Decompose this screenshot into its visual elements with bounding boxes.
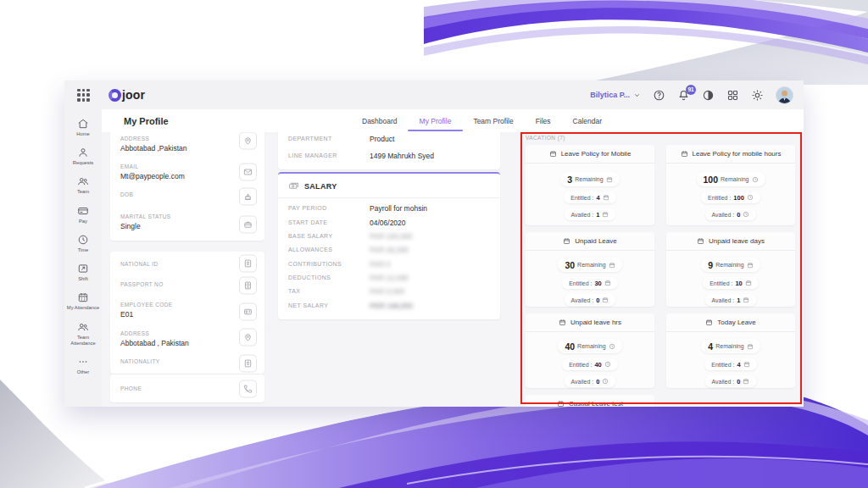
availed-pill: Availed :0	[705, 208, 757, 220]
calendar-icon	[602, 211, 609, 218]
sidebar-item-requests[interactable]: Requests	[64, 145, 102, 168]
availed-pill: Availed :0	[565, 294, 616, 306]
remaining-pill: 100Remaining	[697, 172, 765, 186]
salary-row-base-salary: BASE SALARY PKR 100,000	[278, 230, 500, 243]
tab-files[interactable]: Files	[534, 110, 553, 132]
entitled-pill: Entitled :4	[704, 358, 756, 370]
briefcase-icon[interactable]	[239, 215, 257, 233]
shift-icon	[77, 263, 89, 274]
calendar-icon	[609, 262, 615, 269]
id-card-icon[interactable]	[239, 354, 257, 372]
team-attendance-people-icon	[77, 321, 89, 333]
availed-pill: Availed :0	[565, 375, 616, 387]
settings-gear-icon[interactable]	[751, 89, 764, 102]
leave-card-leave-policy-mobile: Leave Policy for Mobile 3Remaining Entit…	[526, 145, 654, 225]
sidebar-item-other[interactable]: Other	[64, 354, 102, 377]
leave-card-leave-policy-mobile-hours: Leave Policy for mobile hours 100Remaini…	[666, 145, 795, 225]
calendar-icon	[745, 280, 752, 286]
calendar-icon	[604, 280, 611, 286]
calendar-icon	[697, 237, 704, 245]
employment-card: DEPARTMENT Product LINE MANAGER 1499 Mah…	[278, 132, 500, 169]
salary-row-net-salary: NET SALARY PKR 146,000	[278, 299, 500, 313]
clock-icon	[602, 378, 609, 385]
cake-icon[interactable]	[239, 188, 257, 206]
waffle-menu-icon[interactable]	[77, 89, 90, 102]
salary-header: SALARY	[278, 174, 500, 198]
clock-icon	[747, 194, 754, 201]
calendar-icon	[603, 194, 609, 201]
leave-card-unpaid-leave: Unpaid Leave 30Remaining Entitled :30 Av…	[526, 232, 654, 307]
help-icon[interactable]	[653, 89, 665, 102]
tab-team-profile[interactable]: Team Profile	[471, 110, 515, 132]
id-card-icon[interactable]	[239, 255, 257, 273]
sidebar-item-pay[interactable]: Pay	[64, 203, 102, 226]
entitled-pill: Entitled :4	[564, 191, 615, 203]
sidebar-item-home[interactable]: Home	[64, 116, 102, 139]
calendar-icon	[549, 150, 557, 158]
sidebar-item-my-attendance[interactable]: My Attendance	[64, 290, 102, 313]
clock-icon	[743, 211, 749, 218]
calendar-icon	[559, 319, 566, 326]
user-dropdown[interactable]: Bilytica P...	[590, 91, 641, 99]
page-title: My Profile	[124, 116, 169, 126]
salary-card: SALARY PAY PERIOD Payroll for mohsin STA…	[278, 172, 500, 319]
apps-grid-icon[interactable]	[726, 89, 739, 102]
sidebar-item-team[interactable]: Team	[64, 174, 102, 197]
profile-row-marital-status: MARITAL STATUS Single	[110, 208, 264, 241]
location-pin-icon[interactable]	[239, 329, 257, 347]
clock-icon	[604, 361, 611, 368]
logo-o-ring	[108, 89, 121, 102]
pay-card-icon	[77, 205, 89, 217]
calendar-icon	[743, 378, 749, 385]
leave-card-unpaid-leave-hrs: Unpaid leave hrs 40Remaining Entitled :4…	[526, 313, 654, 388]
requests-person-icon	[77, 147, 89, 158]
salary-title: SALARY	[304, 182, 337, 191]
entitled-pill: Entitled :40	[562, 358, 618, 370]
calendar-icon	[557, 400, 565, 407]
tab-calendar[interactable]: Calendar	[571, 110, 604, 132]
sidebar-item-team-attendance[interactable]: Team Attendance	[64, 319, 102, 348]
money-icon	[288, 180, 299, 191]
sidebar-nav: Home Requests Team Pay Time Shift	[64, 109, 102, 407]
notification-badge: 91	[686, 85, 696, 95]
time-clock-icon	[77, 234, 89, 246]
salary-row-tax: TAX PKR 5,000	[278, 285, 500, 298]
entitled-pill: Entitled :10	[703, 277, 759, 289]
user-avatar[interactable]	[776, 86, 793, 104]
employment-row-line-manager: LINE MANAGER 1499 Mahrukh Syed	[278, 147, 500, 164]
profile-card-personal: ADDRESS Abbotabad ,Pakistan EMAIL Mt@pay…	[110, 132, 264, 241]
my-attendance-calendar-icon	[77, 291, 89, 303]
notifications-bell-icon[interactable]: 91	[677, 89, 690, 102]
profile-row-national-id: NATIONAL ID	[110, 252, 264, 275]
sidebar-item-time[interactable]: Time	[64, 232, 102, 255]
passport-icon[interactable]	[239, 277, 257, 295]
top-app-bar: joor Bilytica P... 91	[64, 80, 804, 109]
salary-row-allowances: ALLOWANCES PKR 45,000	[278, 243, 500, 257]
remaining-pill: 40Remaining	[558, 339, 621, 353]
decorative-wave-top-right	[424, 0, 868, 85]
calendar-icon	[747, 343, 754, 350]
badge-icon[interactable]	[239, 303, 257, 321]
calendar-icon	[747, 262, 754, 269]
phone-icon[interactable]	[239, 380, 257, 397]
leave-card-unpaid-leave-days: Unpaid leave days 9Remaining Entitled :1…	[666, 232, 795, 307]
theme-contrast-icon[interactable]	[702, 89, 715, 102]
app-logo: joor	[108, 88, 145, 102]
salary-row-deductions: DEDUCTIONS PKR 12,000	[278, 271, 500, 285]
location-pin-icon[interactable]	[239, 132, 257, 150]
employment-row-department: DEPARTMENT Product	[278, 132, 500, 147]
calendar-icon	[606, 176, 613, 183]
screenshot-canvas: joor Bilytica P... 91	[0, 0, 868, 488]
remaining-pill: 3Remaining	[560, 172, 619, 186]
salary-rows: PAY PERIOD Payroll for mohsin START DATE…	[278, 198, 500, 313]
tab-dashboard[interactable]: Dashboard	[360, 110, 399, 132]
envelope-icon[interactable]	[239, 163, 257, 180]
profile-row-nationality: NATIONALITY	[110, 352, 264, 374]
profile-row-address-2: ADDRESS Abbotabad , Pakistan	[110, 322, 264, 352]
team-people-icon	[77, 175, 89, 187]
home-icon	[77, 118, 89, 130]
leave-card-casual-leave-test: Casual Leave test	[526, 395, 654, 407]
profile-card-phone: PHONE	[110, 374, 264, 402]
tab-my-profile[interactable]: My Profile	[418, 110, 453, 132]
sidebar-item-shift[interactable]: Shift	[64, 261, 102, 284]
